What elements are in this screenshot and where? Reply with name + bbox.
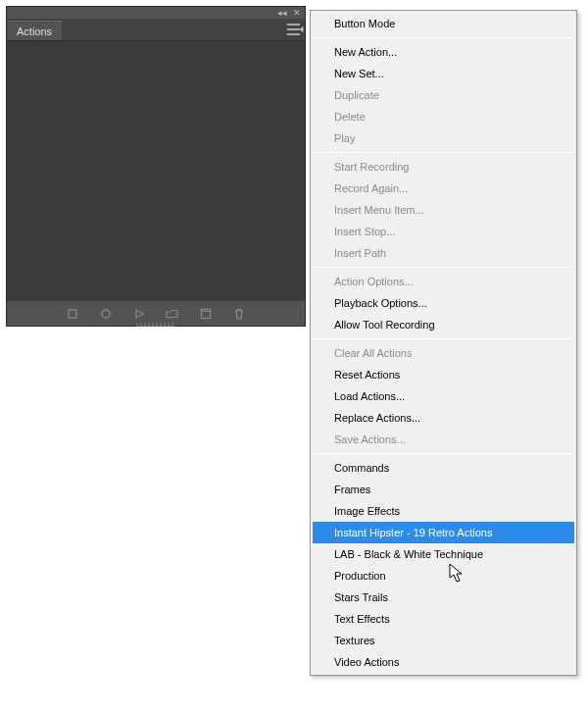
menu-item[interactable]: Production [313, 565, 574, 586]
stop-icon[interactable] [66, 307, 79, 321]
menu-item[interactable]: Frames [313, 479, 574, 500]
menu-item-label: Instant Hipster - 19 Retro Actions [334, 527, 492, 538]
menu-item-label: LAB - Black & White Technique [334, 548, 483, 560]
menu-item[interactable]: New Set... [313, 63, 574, 84]
menu-item: Start Recording [313, 156, 574, 178]
actions-panel: ◂◂ ✕ Actions [6, 6, 306, 327]
menu-item-label: Delete [334, 111, 366, 123]
menu-separator [314, 338, 573, 339]
menu-item: Save Actions... [313, 429, 574, 450]
menu-item-label: Video Actions [334, 656, 399, 668]
menu-item-label: Text Effects [334, 613, 390, 625]
menu-item: Clear All Actions [313, 342, 574, 364]
menu-item[interactable]: Image Effects [313, 500, 574, 522]
menu-item-label: Playback Options... [334, 297, 427, 309]
new-icon[interactable] [199, 307, 213, 321]
panel-topbar: ◂◂ ✕ [7, 7, 305, 19]
menu-item[interactable]: New Action... [313, 41, 574, 63]
record-icon[interactable] [99, 307, 113, 321]
tab-actions[interactable]: Actions [7, 21, 62, 40]
menu-item-label: Image Effects [334, 505, 400, 517]
menu-item-label: Duplicate [334, 89, 379, 101]
panel-flyout-menu-button[interactable] [285, 19, 305, 40]
menu-item-label: Insert Menu Item... [334, 204, 424, 216]
folder-icon[interactable] [166, 307, 179, 321]
menu-item-label: Save Actions... [334, 434, 406, 445]
menu-item-label: Load Actions... [334, 390, 405, 402]
menu-item-label: Replace Actions... [334, 412, 420, 424]
menu-item-label: Start Recording [334, 161, 409, 173]
menu-item[interactable]: Playback Options... [313, 292, 574, 314]
menu-item[interactable]: Button Mode [313, 13, 574, 34]
menu-item-label: Action Options... [334, 276, 414, 287]
menu-item: Delete [313, 106, 574, 128]
menu-item-label: Commands [334, 462, 389, 474]
menu-separator [314, 37, 573, 38]
menu-item-label: Allow Tool Recording [334, 319, 435, 331]
menu-item[interactable]: Instant Hipster - 19 Retro Actions [313, 522, 574, 543]
menu-item: Duplicate [313, 84, 574, 106]
tab-label: Actions [17, 26, 52, 37]
collapse-icon[interactable]: ◂◂ [277, 9, 287, 18]
menu-item[interactable]: Video Actions [313, 651, 574, 673]
menu-item-label: Textures [334, 635, 375, 646]
menu-item[interactable]: Load Actions... [313, 385, 574, 407]
menu-item[interactable]: Replace Actions... [313, 407, 574, 429]
menu-separator [314, 152, 573, 153]
menu-item: Record Again... [313, 178, 574, 199]
svg-rect-0 [69, 310, 76, 318]
menu-item[interactable]: LAB - Black & White Technique [313, 543, 574, 565]
menu-item-label: Insert Path [334, 247, 386, 259]
close-icon[interactable]: ✕ [293, 9, 301, 18]
menu-item-label: Frames [334, 484, 370, 495]
panel-tabbar: Actions [7, 19, 305, 40]
menu-item: Insert Stop... [313, 221, 574, 242]
svg-point-1 [102, 310, 110, 318]
menu-item[interactable]: Commands [313, 457, 574, 479]
menu-item-label: Clear All Actions [334, 347, 412, 359]
menu-item[interactable]: Stars Trails [313, 586, 574, 608]
menu-item: Insert Path [313, 242, 574, 264]
menu-item[interactable]: Reset Actions [313, 364, 574, 385]
menu-item-label: Insert Stop... [334, 226, 395, 237]
menu-item-label: New Set... [334, 68, 384, 79]
play-icon[interactable] [132, 307, 146, 321]
actions-list-area [7, 40, 305, 300]
menu-item-label: Reset Actions [334, 369, 400, 381]
menu-separator [314, 267, 573, 268]
menu-item: Play [313, 128, 574, 149]
menu-separator [314, 453, 573, 454]
panel-footer [7, 300, 305, 326]
menu-item: Insert Menu Item... [313, 199, 574, 221]
menu-item[interactable]: Text Effects [313, 608, 574, 630]
menu-item-label: New Action... [334, 46, 397, 58]
menu-item[interactable]: Allow Tool Recording [313, 314, 574, 335]
trash-icon[interactable] [232, 307, 246, 321]
menu-item-label: Stars Trails [334, 591, 388, 603]
menu-item-label: Production [334, 570, 386, 582]
menu-item: Action Options... [313, 271, 574, 292]
actions-flyout-menu: Button ModeNew Action...New Set...Duplic… [310, 10, 577, 676]
menu-item-label: Button Mode [334, 18, 395, 29]
menu-item-label: Record Again... [334, 182, 408, 194]
menu-item[interactable]: Textures [313, 630, 574, 651]
menu-item-label: Play [334, 132, 355, 144]
